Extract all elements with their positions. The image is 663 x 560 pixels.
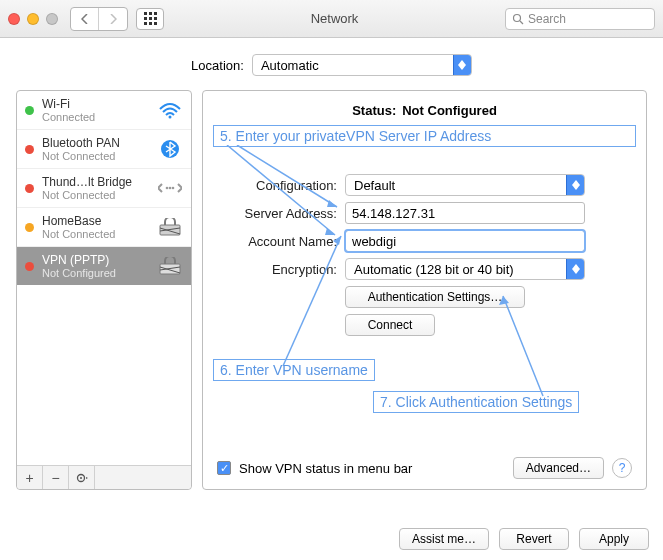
configuration-label: Configuration: [217,178,345,193]
annotation-5: 5. Enter your privateVPN Server IP Addre… [213,125,636,147]
svg-point-3 [161,140,179,158]
search-input[interactable]: Search [505,8,655,30]
vpn-icon [157,256,183,276]
sidebar-item-status: Not Connected [42,189,149,201]
svg-point-0 [514,14,521,21]
server-address-label: Server Address: [217,206,345,221]
zoom-window-button[interactable] [46,13,58,25]
forward-button[interactable] [99,8,127,30]
status-dot-icon [25,106,34,115]
status-dot-icon [25,262,34,271]
configuration-select[interactable]: Default [345,174,585,196]
account-name-label: Account Name: [217,234,345,249]
sidebar-item-status: Not Connected [42,150,149,162]
wifi-icon [157,100,183,120]
svg-point-6 [172,187,175,190]
sidebar-item-status: Not Configured [42,267,149,279]
status-dot-icon [25,223,34,232]
svg-line-9 [160,228,180,231]
bridge-icon [157,178,183,198]
sidebar-item-status: Not Connected [42,228,149,240]
back-button[interactable] [71,8,99,30]
svg-rect-7 [160,225,180,235]
nav-back-forward [70,7,128,31]
svg-line-1 [520,21,523,24]
service-actions-button[interactable] [69,466,95,489]
location-select[interactable]: Automatic [252,54,472,76]
bluetooth-icon [157,139,183,159]
location-label: Location: [191,58,244,73]
gear-icon [75,471,89,485]
network-sidebar: Wi-FiConnectedBluetooth PANNot Connected… [16,90,192,490]
apply-button[interactable]: Apply [579,528,649,550]
close-window-button[interactable] [8,13,20,25]
svg-line-12 [160,267,180,270]
svg-point-13 [77,474,84,481]
chevron-updown-icon [453,55,471,75]
add-service-button[interactable]: + [17,466,43,489]
status-value: Not Configured [402,103,497,118]
help-button[interactable]: ? [612,458,632,478]
encryption-label: Encryption: [217,262,345,277]
sidebar-item-name: HomeBase [42,214,149,228]
show-vpn-status-label: Show VPN status in menu bar [239,461,505,476]
assist-me-button[interactable]: Assist me… [399,528,489,550]
chevron-updown-icon [566,259,584,279]
window-title: Network [172,11,497,26]
traffic-lights [8,13,58,25]
sidebar-item[interactable]: Thund…lt BridgeNot Connected [17,169,191,208]
chevron-updown-icon [566,175,584,195]
show-vpn-status-checkbox[interactable]: ✓ [217,461,231,475]
account-name-input[interactable] [345,230,585,252]
svg-point-5 [169,187,172,190]
sidebar-item-name: Bluetooth PAN [42,136,149,150]
sidebar-item-name: VPN (PPTP) [42,253,149,267]
svg-line-8 [160,228,180,234]
window-footer: Assist me… Revert Apply [399,528,649,550]
svg-point-14 [80,477,82,479]
search-icon [512,13,524,25]
svg-line-11 [160,267,180,273]
annotation-6: 6. Enter VPN username [213,359,375,381]
sidebar-item[interactable]: HomeBaseNot Connected [17,208,191,247]
configuration-value: Default [354,178,395,193]
authentication-settings-button[interactable]: Authentication Settings… [345,286,525,308]
remove-service-button[interactable]: − [43,466,69,489]
advanced-button[interactable]: Advanced… [513,457,604,479]
vpn-icon [157,217,183,237]
svg-rect-10 [160,264,180,274]
sidebar-item-name: Thund…lt Bridge [42,175,149,189]
encryption-select[interactable]: Automatic (128 bit or 40 bit) [345,258,585,280]
svg-point-4 [166,187,169,190]
sidebar-item[interactable]: Bluetooth PANNot Connected [17,130,191,169]
server-address-input[interactable] [345,202,585,224]
svg-point-2 [169,116,172,119]
status-dot-icon [25,184,34,193]
sidebar-footer: + − [17,465,191,489]
sidebar-item[interactable]: Wi-FiConnected [17,91,191,130]
status-dot-icon [25,145,34,154]
revert-button[interactable]: Revert [499,528,569,550]
detail-pane: Status: Not Configured 5. Enter your pri… [202,90,647,490]
show-all-button[interactable] [136,8,164,30]
search-placeholder: Search [528,12,566,26]
location-row: Location: Automatic [0,38,663,90]
encryption-value: Automatic (128 bit or 40 bit) [354,262,514,277]
sidebar-item-name: Wi-Fi [42,97,149,111]
sidebar-item[interactable]: VPN (PPTP)Not Configured [17,247,191,285]
sidebar-item-status: Connected [42,111,149,123]
annotation-7: 7. Click Authentication Settings [373,391,579,413]
connect-button[interactable]: Connect [345,314,435,336]
titlebar: Network Search [0,0,663,38]
minimize-window-button[interactable] [27,13,39,25]
status-label: Status: [352,103,396,118]
location-value: Automatic [261,58,319,73]
